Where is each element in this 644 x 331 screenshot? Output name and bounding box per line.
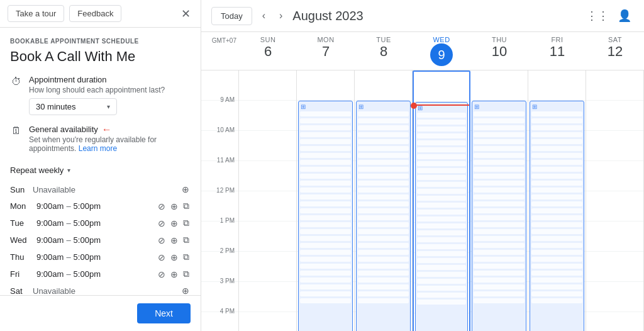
- slot-pill: [474, 243, 525, 248]
- thu-add-button[interactable]: ⊕: [169, 251, 179, 264]
- slot-pill: [474, 250, 525, 255]
- day-col-sat: [586, 70, 644, 331]
- mon-remove-button[interactable]: ⊘: [157, 200, 167, 213]
- hour-cell[interactable]: [239, 282, 296, 312]
- slot-pill: [358, 257, 409, 262]
- fri-copy-button[interactable]: ⧉: [182, 267, 191, 281]
- hour-cell[interactable]: [239, 101, 296, 131]
- cal-day-mon: MON 7: [297, 32, 355, 70]
- hour-cell[interactable]: [586, 101, 643, 131]
- appointment-duration-desc: How long should each appointment last?: [29, 86, 191, 94]
- time-slot: 4 PM: [201, 312, 238, 331]
- hour-cell[interactable]: [586, 131, 643, 161]
- sun-add-button[interactable]: ⊕: [180, 183, 191, 196]
- cal-day-fri: FRI 11: [528, 32, 586, 70]
- day-col-tue[interactable]: ⊞: [355, 70, 413, 331]
- fri-dash: –: [66, 269, 70, 279]
- schedule-table: Sun Unavailable ⊕ Mon 9:00am – 5:00pm ⊘ …: [10, 181, 191, 295]
- general-availability-row: General availability ←: [29, 124, 191, 135]
- sat-add-button[interactable]: ⊕: [180, 284, 191, 295]
- slot-pill: [474, 132, 525, 137]
- repeat-label: Repeat weekly: [10, 166, 64, 175]
- tue-copy-button[interactable]: ⧉: [182, 216, 191, 230]
- slot-pill: [300, 174, 351, 179]
- slot-pill: [358, 284, 409, 289]
- mon-copy-button[interactable]: ⧉: [182, 199, 191, 213]
- slot-pill: [474, 174, 525, 179]
- availability-block[interactable]: ⊞: [356, 101, 411, 331]
- hour-cell: [414, 72, 469, 102]
- slot-pill: [358, 160, 409, 165]
- hour-cell[interactable]: [239, 252, 296, 282]
- slot-pill: [358, 201, 409, 206]
- hour-cell[interactable]: [586, 312, 643, 331]
- learn-more-link[interactable]: Learn more: [79, 144, 117, 153]
- day-col-fri[interactable]: ⊞: [528, 70, 586, 331]
- slot-pill: [417, 168, 466, 173]
- duration-value: 30 minutes: [36, 102, 76, 111]
- calendar-panel: Today ‹ › August 2023 ⋮⋮ 👤 GMT+07 SUN 6 …: [201, 0, 644, 331]
- prev-button[interactable]: ‹: [258, 8, 269, 24]
- day-col-sun[interactable]: [239, 70, 297, 331]
- fri-add-button[interactable]: ⊕: [169, 268, 179, 281]
- hour-cell[interactable]: [586, 191, 643, 222]
- mon-add-button[interactable]: ⊕: [169, 200, 179, 213]
- slot-pill: [474, 257, 525, 262]
- slot-pill: [417, 258, 466, 263]
- hour-cell[interactable]: [586, 161, 643, 191]
- day-fri: Fri: [10, 269, 33, 279]
- slot-pill: [417, 230, 466, 235]
- take-a-tour-button[interactable]: Take a tour: [8, 5, 64, 22]
- hour-cell[interactable]: [586, 282, 643, 312]
- day-col-thu[interactable]: ⊞: [470, 70, 528, 331]
- hour-cell[interactable]: [239, 312, 296, 331]
- hour-cell[interactable]: [239, 191, 296, 222]
- slot-pill: [531, 264, 582, 269]
- grid-icon[interactable]: ⋮⋮: [584, 6, 611, 25]
- fri-remove-button[interactable]: ⊘: [157, 268, 167, 281]
- slot-pill: [358, 271, 409, 276]
- availability-block[interactable]: ⊞: [415, 102, 468, 331]
- thu-end: 5:00pm: [74, 252, 101, 262]
- hour-cell[interactable]: [586, 252, 643, 282]
- wed-remove-button[interactable]: ⊘: [157, 234, 167, 247]
- slot-pill: [358, 146, 409, 151]
- day-col-wed[interactable]: ⊞: [413, 70, 470, 331]
- general-availability-desc: Set when you're regularly available for …: [29, 135, 191, 153]
- left-panel: Take a tour Feedback ✕ BOOKABLE APPOINTM…: [0, 0, 201, 331]
- user-settings-icon[interactable]: 👤: [615, 6, 634, 25]
- duration-select[interactable]: 30 minutes ▾: [29, 98, 117, 115]
- slot-pill: [531, 257, 582, 262]
- slot-pill: [417, 196, 466, 201]
- feedback-button[interactable]: Feedback: [69, 5, 121, 22]
- availability-block[interactable]: ⊞: [530, 101, 584, 331]
- cal-day-sat: SAT 12: [586, 32, 644, 70]
- slot-pill: [358, 298, 409, 303]
- close-button[interactable]: ✕: [179, 7, 193, 21]
- thu-remove-button[interactable]: ⊘: [157, 251, 167, 264]
- next-button[interactable]: ›: [275, 8, 286, 24]
- slot-pill: [417, 140, 466, 145]
- hour-cell[interactable]: [586, 222, 643, 252]
- hour-cell[interactable]: [239, 131, 296, 161]
- wed-copy-button[interactable]: ⧉: [182, 233, 191, 247]
- wed-add-button[interactable]: ⊕: [169, 234, 179, 247]
- hour-cell[interactable]: [239, 161, 296, 191]
- slot-pill: [474, 271, 525, 276]
- day-col-mon[interactable]: ⊞: [297, 70, 355, 331]
- schedule-row-mon: Mon 9:00am – 5:00pm ⊘ ⊕ ⧉: [10, 198, 191, 215]
- slot-pill: [474, 291, 525, 296]
- repeat-chevron-icon[interactable]: ▾: [67, 167, 70, 174]
- hour-cell[interactable]: [239, 222, 296, 252]
- tue-add-button[interactable]: ⊕: [169, 217, 179, 230]
- next-button[interactable]: Next: [137, 303, 191, 323]
- today-button[interactable]: Today: [211, 7, 252, 25]
- thu-copy-button[interactable]: ⧉: [182, 250, 191, 264]
- slot-pill: [531, 167, 582, 172]
- slot-pill: [531, 153, 582, 158]
- day-sat: Sat: [10, 286, 33, 296]
- mon-end: 5:00pm: [74, 201, 101, 211]
- availability-block[interactable]: ⊞: [298, 101, 353, 331]
- availability-block[interactable]: ⊞: [472, 101, 526, 331]
- tue-remove-button[interactable]: ⊘: [157, 217, 167, 230]
